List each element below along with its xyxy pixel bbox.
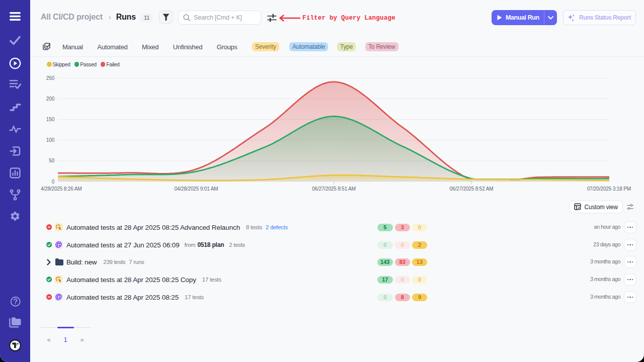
svg-text:150: 150 <box>46 117 55 122</box>
svg-text:4/28/2025 8:26 AM: 4/28/2025 8:26 AM <box>41 186 82 192</box>
svg-text:0: 0 <box>52 179 55 185</box>
svg-text:100: 100 <box>46 137 55 143</box>
svg-text:04/28/2025 9:01 AM: 04/28/2025 9:01 AM <box>175 186 218 192</box>
svg-text:250: 250 <box>46 75 55 81</box>
svg-text:07/20/2025 3:18 PM: 07/20/2025 3:18 PM <box>587 186 631 192</box>
svg-text:200: 200 <box>46 96 55 102</box>
svg-text:06/27/2025 8:51 AM: 06/27/2025 8:51 AM <box>312 186 356 192</box>
svg-text:50: 50 <box>49 158 55 163</box>
svg-text:06/27/2025 8:52 AM: 06/27/2025 8:52 AM <box>450 186 494 192</box>
